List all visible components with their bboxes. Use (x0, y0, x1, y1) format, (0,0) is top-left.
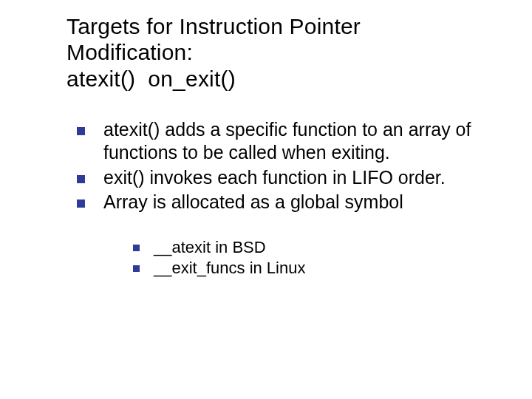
slide-title: Targets for Instruction Pointer Modifica… (66, 13, 502, 92)
bullet-list: atexit() adds a specific function to an … (69, 118, 502, 279)
bullet-item: exit() invokes each function in LIFO ord… (69, 166, 502, 189)
sub-bullet-item: __atexit in BSD (132, 237, 502, 258)
bullet-item: Array is allocated as a global symbol __… (69, 191, 502, 279)
title-line-2: Modification: (66, 40, 193, 64)
bullet-text: atexit() adds a specific function to an … (103, 119, 471, 163)
title-line-1: Targets for Instruction Pointer (66, 14, 361, 38)
sub-bullet-text: __exit_funcs in Linux (154, 259, 305, 277)
slide: Targets for Instruction Pointer Modifica… (0, 0, 532, 399)
bullet-text: Array is allocated as a global symbol (103, 191, 403, 212)
bullet-text: exit() invokes each function in LIFO ord… (103, 167, 446, 188)
sub-bullet-text: __atexit in BSD (154, 238, 266, 256)
title-line-3: atexit() on_exit() (66, 66, 236, 91)
bullet-item: atexit() adds a specific function to an … (69, 118, 502, 165)
sub-bullet-item: __exit_funcs in Linux (132, 258, 502, 279)
sub-bullet-list: __atexit in BSD __exit_funcs in Linux (132, 237, 502, 279)
